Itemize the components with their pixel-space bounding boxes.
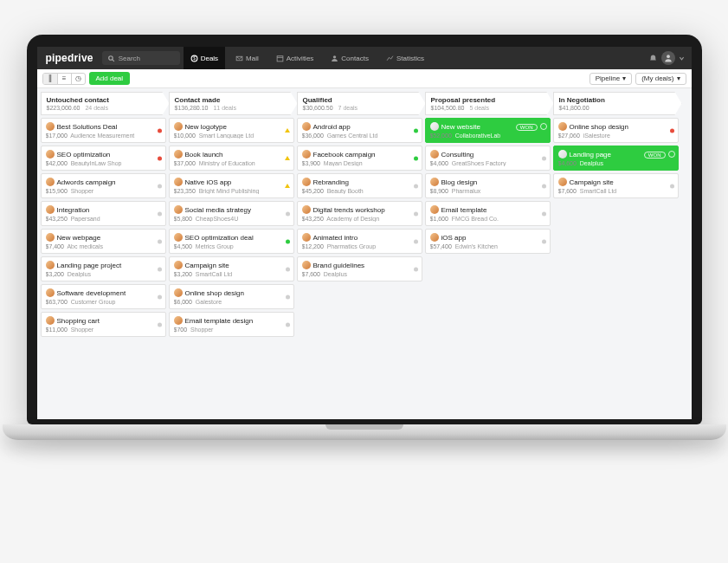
bell-icon[interactable] <box>648 54 658 63</box>
nav-mail[interactable]: Mail <box>229 47 266 69</box>
deal-card[interactable]: Email template$1,600 FMCG Bread Co. <box>425 201 551 226</box>
deal-org: Audience Measurement <box>70 133 134 139</box>
status-indicator-icon <box>286 239 290 243</box>
svg-line-1 <box>112 59 113 61</box>
deal-title: SEO optimization <box>57 151 111 159</box>
deal-card[interactable]: Email template design$700 Shopper <box>169 312 294 337</box>
chevron-down-icon[interactable] <box>679 55 685 61</box>
status-indicator-icon <box>285 128 290 133</box>
person-avatar <box>174 150 183 159</box>
nav-activities-label: Activities <box>287 55 314 62</box>
status-indicator-icon <box>414 211 418 216</box>
deal-org: Galestore <box>196 299 222 305</box>
deal-subline: $3,200 SmartCall Ltd <box>174 271 289 277</box>
won-badge: WON <box>516 124 538 131</box>
deal-title: Adwords campaign <box>57 178 116 186</box>
deal-org: Shopper <box>71 327 93 333</box>
deal-card[interactable]: Integration$43,250 Papersand <box>41 201 166 226</box>
nav-statistics[interactable]: Statistics <box>379 47 431 69</box>
deal-title: iOS app <box>441 234 467 242</box>
deal-card[interactable]: Shopping cart$11,000 Shopper <box>41 312 166 337</box>
deal-amount: $4,600 <box>558 160 577 166</box>
column-count: 11 deals <box>213 105 235 111</box>
deal-amount: $11,000 <box>46 327 68 333</box>
view-list-icon[interactable]: ≡ <box>57 74 71 84</box>
deal-amount: $1,600 <box>430 216 448 222</box>
deal-card[interactable]: Landing page project$3,200 Dealplus <box>41 256 166 282</box>
deal-card[interactable]: Software development$63,700 Customer Gro… <box>41 284 166 309</box>
status-indicator-icon <box>158 294 162 299</box>
won-indicator-icon <box>540 123 547 130</box>
deal-title: Brand guidelines <box>313 262 365 269</box>
deal-card[interactable]: Campaign site$3,200 SmartCall Ltd <box>169 256 294 282</box>
deal-title: Landing page project <box>57 262 122 269</box>
deal-org: Mayan Design <box>324 160 363 166</box>
nav-deals[interactable]: $ Deals <box>184 47 225 69</box>
deal-title: Shopping cart <box>57 317 100 325</box>
column-header[interactable]: Contact made$136,280.1011 deals <box>169 92 298 115</box>
status-indicator-icon <box>158 184 162 188</box>
contacts-icon <box>331 55 338 62</box>
deal-amount: $17,000 <box>46 133 68 139</box>
mydeals-filter[interactable]: (My deals) ▾ <box>635 73 686 85</box>
top-nav: pipedrive Search $ Deals Mail Activities <box>37 47 692 69</box>
deal-card[interactable]: Digital trends workshop$43,250 Academy o… <box>297 201 422 226</box>
deal-card[interactable]: Campaign site$7,600 SmartCall Ltd <box>553 173 679 198</box>
deal-card[interactable]: Android app$36,000 Games Central Ltd <box>297 118 422 143</box>
won-indicator-icon <box>668 151 675 158</box>
user-menu[interactable] <box>661 51 675 65</box>
status-indicator-icon <box>158 156 162 160</box>
deal-card[interactable]: SEO optimization$42,000 BeautyInLaw Shop <box>41 146 166 171</box>
column-title: Qualified <box>303 96 420 104</box>
view-pipeline-icon[interactable]: ǁ <box>43 74 57 84</box>
deal-subline: $1,600 FMCG Bread Co. <box>430 216 545 222</box>
deal-card[interactable]: Adwords campaign$15,900 Shopper <box>41 173 166 198</box>
search-box[interactable]: Search <box>102 51 180 65</box>
view-toggle: ǁ ≡ ◷ <box>42 73 86 85</box>
deal-amount: $57,400 <box>430 243 452 249</box>
add-deal-button[interactable]: Add deal <box>89 72 131 85</box>
deal-title: Online shop design <box>185 289 245 297</box>
deal-card[interactable]: Social media strategy$5,800 CheapShoes4U <box>169 201 294 226</box>
deal-card[interactable]: Animated intro$12,200 Pharmatics Group <box>297 229 422 254</box>
deal-card[interactable]: Blog design$8,900 Pharmalux <box>425 173 551 198</box>
nav-activities[interactable]: Activities <box>269 47 321 69</box>
status-indicator-icon <box>286 211 290 216</box>
deal-card[interactable]: Online shop design$27,060 iSalestore <box>553 118 679 143</box>
view-forecast-icon[interactable]: ◷ <box>71 74 85 84</box>
person-avatar <box>174 233 183 242</box>
deal-card[interactable]: Rebranding$45,200 Beauty Booth <box>297 173 422 198</box>
deal-amount: $27,060 <box>558 133 580 139</box>
column-header[interactable]: Untouched contact$223,000.6024 deals <box>41 92 170 115</box>
deal-amount: $42,000 <box>46 160 68 166</box>
deals-icon: $ <box>190 55 198 62</box>
deal-card[interactable]: iOS app$57,400 Edwin's Kitchen <box>425 229 551 254</box>
app-screen: pipedrive Search $ Deals Mail Activities <box>37 47 692 419</box>
svg-point-7 <box>333 55 336 58</box>
deal-card[interactable]: Facebook campaign$3,900 Mayan Design <box>297 146 422 171</box>
deal-card[interactable]: Brand guidelines$7,600 Dealplus <box>297 256 422 282</box>
status-indicator-icon <box>414 128 418 133</box>
deal-card[interactable]: Consulting$4,600 GreatShoes Factory <box>425 146 551 171</box>
column-header[interactable]: Proposal presented$104,500.805 deals <box>425 92 554 115</box>
deal-card[interactable]: Book launch$37,000 Ministry of Education <box>169 146 294 171</box>
deal-card[interactable]: New website$52,000 CollaborativeLabWON <box>425 118 551 143</box>
status-indicator-icon <box>414 267 418 271</box>
deal-card[interactable]: Landing page$4,600 DealplusWON <box>553 146 679 171</box>
nav-contacts[interactable]: Contacts <box>324 47 376 69</box>
deal-card[interactable]: Native iOS app$23,350 Bright Mind Publis… <box>169 173 294 198</box>
deal-card[interactable]: New logotype$10,000 Smart Language Ltd <box>169 118 294 143</box>
column-subtotal: $136,280.1011 deals <box>175 105 292 111</box>
deal-card[interactable]: Online shop design$6,000 Galestore <box>169 284 294 309</box>
deal-card[interactable]: Best Solutions Deal$17,000 Audience Meas… <box>41 118 166 143</box>
column-header[interactable]: In Negotiation$41,800.00 <box>553 92 682 115</box>
deal-title: Campaign site <box>570 178 614 186</box>
column-header[interactable]: Qualified$30,600.507 deals <box>297 92 426 115</box>
deal-card[interactable]: New webpage$7,400 Abc medicals <box>41 229 166 254</box>
deal-subline: $700 Shopper <box>174 327 289 333</box>
deal-amount: $7,600 <box>302 271 320 277</box>
deal-org: Shopper <box>71 188 93 194</box>
deal-card[interactable]: SEO optimization deal$4,500 Metrics Grou… <box>169 229 294 254</box>
status-indicator-icon <box>285 156 290 160</box>
pipeline-filter[interactable]: Pipeline ▾ <box>589 73 632 85</box>
